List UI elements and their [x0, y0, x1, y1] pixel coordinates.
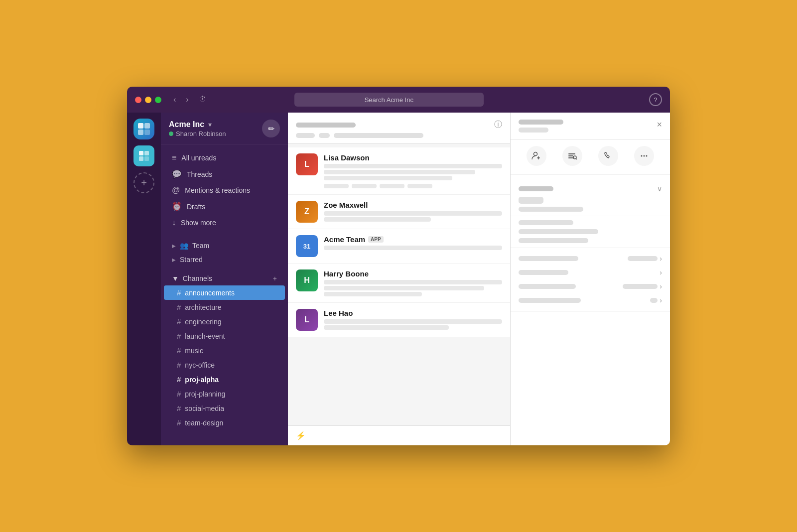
avatar-zoe: Z — [296, 201, 318, 223]
chevron-right-icon-4[interactable]: › — [660, 296, 662, 304]
add-member-action[interactable] — [527, 146, 546, 168]
maximize-window-btn[interactable] — [155, 97, 161, 103]
conversation-item-zoe-maxwell[interactable]: Z Zoe Maxwell — [288, 195, 510, 229]
workspace-icon-primary[interactable] — [133, 119, 154, 139]
workspace-icon-secondary[interactable] — [133, 145, 154, 166]
right-item-1[interactable]: › — [519, 252, 662, 266]
all-unreads-icon: ≡ — [172, 153, 176, 162]
channel-label-proj-alpha: proj-alpha — [185, 376, 219, 384]
back-button[interactable]: ‹ — [171, 93, 178, 106]
help-button[interactable]: ? — [649, 93, 662, 106]
preview-skeleton-2 — [324, 170, 475, 174]
info-icon[interactable]: ⓘ — [494, 120, 502, 130]
channel-label-announcements: announcements — [185, 289, 235, 297]
search-action[interactable] — [562, 146, 582, 168]
nav-item-drafts[interactable]: ⏰ Drafts — [164, 198, 285, 215]
compose-button[interactable]: ✏ — [262, 120, 280, 137]
svg-rect-11 — [568, 153, 575, 154]
chevron-right-icon-1[interactable]: › — [660, 255, 662, 263]
nav-item-show-more[interactable]: ↓ Show more — [164, 215, 285, 231]
section-item-skeleton-1 — [519, 197, 543, 204]
search-bar[interactable]: Search Acme Inc — [294, 93, 484, 107]
title-bar: ‹ › ⏱ Search Acme Inc ? — [127, 87, 670, 113]
channels-label: Channels — [183, 274, 212, 282]
channel-item-social-media[interactable]: # social-media — [164, 401, 285, 415]
svg-rect-5 — [144, 151, 149, 155]
forward-button[interactable]: › — [184, 93, 190, 106]
call-action[interactable] — [598, 146, 618, 168]
right-item-4[interactable]: › — [519, 293, 662, 307]
conv-content-lee: Lee Hao — [324, 309, 502, 330]
mentions-icon: @ — [172, 186, 180, 195]
chevron-down-icon-1[interactable]: ∨ — [657, 185, 662, 193]
channel-item-nyc-office[interactable]: # nyc-office — [164, 358, 285, 372]
right-item-skeleton-1 — [519, 256, 578, 261]
preview-skeleton-1 — [324, 164, 502, 168]
preview-skeleton-zoe-1 — [324, 211, 502, 216]
section-group: ▶ 👥 Team ▶ Starred — [161, 236, 288, 269]
svg-rect-1 — [144, 123, 150, 129]
add-workspace-button[interactable]: + — [133, 172, 154, 193]
conversation-item-harry-boone[interactable]: H Harry Boone — [288, 264, 510, 303]
nav-item-all-unreads[interactable]: ≡ All unreads — [164, 150, 285, 166]
channel-item-engineering[interactable]: # engineering — [164, 314, 285, 329]
user-name: Sharon Robinson — [176, 130, 226, 137]
conversation-item-lee-hao[interactable]: L Lee Hao — [288, 303, 510, 337]
conv-name-harry: Harry Boone — [324, 269, 502, 278]
preview-tag-3 — [380, 184, 404, 188]
chevron-right-icon-2[interactable]: › — [660, 268, 662, 276]
right-panel: × — [511, 113, 670, 445]
svg-point-16 — [641, 155, 643, 157]
nav-item-mentions[interactable]: @ Mentions & reactions — [164, 182, 285, 198]
channel-label-proj-planning: proj-planning — [185, 390, 225, 398]
channel-item-team-design[interactable]: # team-design — [164, 415, 285, 430]
minimize-window-btn[interactable] — [145, 97, 151, 103]
channel-item-proj-alpha[interactable]: # proj-alpha — [164, 372, 285, 387]
right-item-action-1: › — [628, 255, 662, 263]
bolt-icon: ⚡ — [296, 431, 306, 440]
sidebar-header: Acme Inc ▾ Sharon Robinson ✏ — [161, 113, 288, 145]
right-item-skeleton-3 — [519, 284, 576, 289]
starred-arrow: ▶ — [172, 257, 176, 263]
channel-item-announcements[interactable]: # announcements — [164, 285, 285, 300]
more-dots-icon — [639, 151, 649, 161]
conversation-item-lisa-dawson[interactable]: L Lisa Dawson — [288, 147, 510, 195]
chevron-right-icon-3[interactable]: › — [660, 282, 662, 290]
svg-rect-6 — [139, 156, 143, 161]
conversation-item-acme-team[interactable]: 31 Acme Team APP — [288, 229, 510, 264]
hash-icon: # — [177, 390, 181, 398]
close-window-btn[interactable] — [135, 97, 141, 103]
section-item-skeleton-5 — [519, 238, 588, 243]
conv-name-text-harry: Harry Boone — [324, 269, 369, 278]
search-icon — [567, 151, 577, 161]
right-item-3[interactable]: › — [519, 279, 662, 293]
channel-item-music[interactable]: # music — [164, 343, 285, 358]
section-team[interactable]: ▶ 👥 Team — [164, 239, 285, 253]
workspace-name[interactable]: Acme Inc ▾ — [169, 120, 226, 129]
preview-skeleton-acme-1 — [324, 246, 502, 250]
channel-item-architecture[interactable]: # architecture — [164, 300, 285, 314]
subtitle-skeleton-3 — [334, 133, 423, 138]
conv-name-text-acme: Acme Team — [324, 235, 365, 244]
channel-item-launch-event[interactable]: # launch-event — [164, 329, 285, 343]
close-right-panel-button[interactable]: × — [657, 120, 662, 130]
add-channel-button[interactable]: + — [273, 274, 277, 282]
preview-skeleton-harry-1 — [324, 280, 502, 284]
right-header-content — [519, 120, 563, 133]
middle-panel: ⓘ L Lisa Dawson — [288, 113, 511, 445]
help-icon: ? — [654, 96, 657, 104]
right-item-2[interactable]: › — [519, 266, 662, 279]
more-action[interactable] — [634, 146, 654, 168]
channels-header[interactable]: ▼ Channels + — [164, 271, 285, 285]
nav-label-mentions: Mentions & reactions — [185, 186, 250, 194]
section-starred[interactable]: ▶ Starred — [164, 253, 285, 266]
preview-skeleton-lee-2 — [324, 325, 449, 330]
preview-skeleton-zoe-2 — [324, 217, 431, 222]
preview-tag-1 — [324, 184, 349, 188]
channel-item-proj-planning[interactable]: # proj-planning — [164, 387, 285, 401]
compose-icon: ✏ — [268, 124, 274, 133]
history-button[interactable]: ⏱ — [197, 93, 209, 106]
app-badge: APP — [368, 236, 384, 243]
conv-preview-harry — [324, 280, 502, 296]
nav-item-threads[interactable]: 💬 Threads — [164, 166, 285, 182]
